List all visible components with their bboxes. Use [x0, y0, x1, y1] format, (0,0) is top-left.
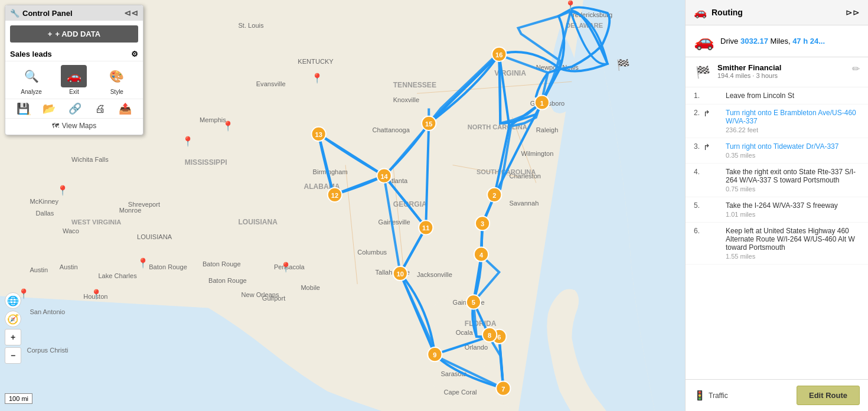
- first-stop-info: Smither Financial 194.4 miles · 3 hours: [717, 63, 846, 79]
- cp-title: Control Panel: [22, 9, 73, 18]
- zoom-globe-btn[interactable]: 🌐: [5, 292, 21, 309]
- svg-text:14: 14: [380, 173, 388, 180]
- direction-3: 3. ↱ Turn right onto Tidewater Dr/VA-337…: [686, 138, 868, 164]
- compass-btn[interactable]: 🧭: [5, 311, 21, 327]
- view-maps-label: View Maps: [62, 122, 96, 130]
- dir-num-1: 1.: [694, 92, 700, 100]
- cp-icons-row: 🔍 Analyze 🚗 Exit 🎨 Style: [5, 61, 143, 99]
- traffic-label: Traffic: [709, 392, 728, 400]
- share-icon[interactable]: 🔗: [68, 102, 81, 115]
- svg-text:Shreveport: Shreveport: [128, 201, 160, 208]
- dir-num-2: 2.: [694, 109, 700, 117]
- settings-icon[interactable]: ⚙: [131, 50, 138, 58]
- save-icon[interactable]: 💾: [17, 102, 30, 115]
- dir-num-6: 6.: [694, 227, 700, 235]
- zoom-out-btn[interactable]: −: [5, 347, 21, 364]
- svg-text:Cape Coral: Cape Coral: [443, 389, 477, 396]
- zoom-in-btn[interactable]: +: [5, 329, 21, 345]
- map-controls: 🌐 🧭 + −: [5, 292, 21, 364]
- svg-text:Baton Rouge: Baton Rouge: [149, 263, 187, 270]
- first-stop-meta: 194.4 miles · 3 hours: [717, 72, 846, 79]
- svg-text:WEST VIRGINIA: WEST VIRGINIA: [71, 218, 121, 226]
- svg-text:📍: 📍: [57, 185, 69, 196]
- exit-label: Exit: [69, 89, 79, 95]
- svg-text:2: 2: [492, 192, 496, 199]
- add-data-label: + ADD DATA: [55, 30, 100, 38]
- svg-text:MISSISSIPPI: MISSISSIPPI: [185, 158, 227, 167]
- svg-text:9: 9: [433, 351, 436, 358]
- svg-text:7: 7: [501, 386, 505, 393]
- collapse-icon[interactable]: ⊲⊲: [124, 8, 138, 18]
- direction-1: 1. Leave from Lincoln St: [686, 87, 868, 105]
- svg-text:Austin: Austin: [60, 263, 78, 270]
- analyze-button[interactable]: 🔍 Analyze: [18, 65, 44, 95]
- routing-summary-text: Drive 3032.17 Miles, 47 h 24...: [720, 37, 825, 45]
- svg-text:Austin: Austin: [30, 266, 48, 273]
- svg-text:Chattanooga: Chattanooga: [372, 126, 410, 133]
- svg-text:11: 11: [422, 224, 429, 231]
- car-icon: 🚗: [694, 6, 707, 19]
- svg-text:📍: 📍: [137, 257, 149, 269]
- traffic-button[interactable]: 🚦 Traffic: [694, 390, 728, 401]
- expand-icon[interactable]: ⊳⊳: [846, 8, 860, 17]
- svg-text:San Antonio: San Antonio: [30, 308, 65, 315]
- svg-text:DELAWARE: DELAWARE: [566, 22, 603, 29]
- dir-text-3: Turn right onto Tidewater Dr/VA-337: [726, 142, 860, 151]
- wrench-icon: 🔧: [10, 9, 19, 18]
- svg-text:FLORIDA: FLORIDA: [465, 319, 497, 328]
- view-maps-row[interactable]: 🗺 View Maps: [5, 118, 143, 135]
- dir-dist-5: 1.01 miles: [726, 211, 860, 218]
- svg-text:KENTUCKY: KENTUCKY: [298, 58, 334, 65]
- svg-text:LOUISIANA: LOUISIANA: [238, 218, 278, 226]
- add-data-button[interactable]: + + ADD DATA: [10, 25, 138, 43]
- export-icon[interactable]: 📤: [119, 102, 132, 115]
- svg-text:12: 12: [331, 192, 338, 199]
- svg-text:📍: 📍: [311, 73, 324, 84]
- scale-label: 100 mi: [9, 395, 28, 402]
- direction-5: 5. Take the I-264 W/VA-337 S freeway 1.0…: [686, 197, 868, 223]
- routing-directions[interactable]: 🏁 Smither Financial 194.4 miles · 3 hour…: [686, 57, 868, 379]
- svg-text:13: 13: [315, 131, 322, 138]
- miles-value: 3032.17: [740, 37, 768, 45]
- svg-text:Baton Rouge: Baton Rouge: [203, 260, 241, 268]
- analyze-label: Analyze: [21, 89, 42, 95]
- svg-text:TENNESSEE: TENNESSEE: [393, 81, 436, 89]
- dir-num-4: 4.: [694, 168, 700, 176]
- svg-text:Baton Rouge: Baton Rouge: [208, 277, 247, 284]
- plus-icon: +: [48, 30, 53, 38]
- hours-value: 47 h 24...: [792, 37, 825, 45]
- dir-num-5: 5.: [694, 201, 700, 210]
- route-car-icon: 🚗: [694, 31, 714, 51]
- svg-text:4: 4: [479, 252, 484, 259]
- map-area[interactable]: ARKANSAS MISSISSIPPI ALABAMA GEORGIA LOU…: [0, 0, 685, 411]
- dir-text-5: Take the I-264 W/VA-337 S freeway: [726, 201, 860, 210]
- style-button[interactable]: 🎨 Style: [104, 65, 130, 95]
- svg-text:📍: 📍: [90, 289, 103, 300]
- first-stop-name: Smither Financial: [717, 63, 846, 72]
- open-icon[interactable]: 📂: [43, 102, 56, 115]
- svg-text:Waco: Waco: [63, 227, 79, 234]
- svg-text:Lake Charles: Lake Charles: [98, 272, 137, 279]
- edit-route-button[interactable]: Edit Route: [797, 386, 860, 405]
- svg-text:Wichita Falls: Wichita Falls: [71, 156, 109, 163]
- svg-text:📍: 📍: [564, 0, 577, 11]
- dir-icon-2: ↱: [703, 109, 710, 118]
- dir-num-3: 3.: [694, 142, 700, 151]
- svg-text:Dallas: Dallas: [36, 210, 54, 217]
- svg-text:🏁: 🏁: [616, 58, 630, 71]
- control-panel: 🔧 Control Panel ⊲⊲ + + ADD DATA Sales le…: [5, 5, 143, 135]
- dir-dist-2: 236.22 feet: [726, 126, 860, 133]
- edit-stop-icon[interactable]: ✏: [852, 63, 860, 74]
- miles-unit: Miles,: [771, 37, 793, 45]
- svg-text:Birmingham: Birmingham: [313, 168, 348, 175]
- svg-text:Raleigh: Raleigh: [536, 126, 559, 133]
- svg-text:Charleston: Charleston: [509, 172, 541, 180]
- svg-text:St. Louis: St. Louis: [238, 22, 264, 29]
- sales-leads-label: Sales leads: [10, 50, 52, 58]
- print-icon[interactable]: 🖨: [95, 103, 106, 115]
- exit-button[interactable]: 🚗 Exit: [61, 65, 87, 95]
- svg-text:3: 3: [481, 220, 484, 227]
- svg-text:16: 16: [495, 51, 502, 58]
- direction-4: 4. Take the right exit onto State Rte-33…: [686, 164, 868, 197]
- routing-footer: 🚦 Traffic Edit Route: [686, 379, 868, 411]
